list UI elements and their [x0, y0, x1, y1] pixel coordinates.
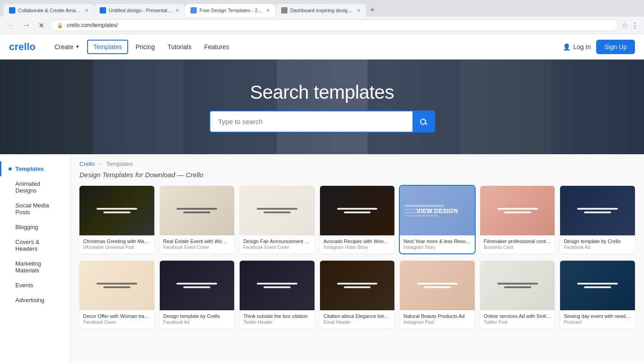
back-button[interactable]: ←	[5, 20, 17, 31]
view-design-label-15: VIEW DESIGN	[577, 282, 618, 289]
template-name-3: Design Fair Announcement wit...	[243, 239, 311, 244]
view-design-label-10: VIEW DESIGN	[176, 282, 218, 289]
template-info-4: Avocado Recipes with Woode... Instagram …	[320, 235, 395, 253]
log-in-button[interactable]: 👤 Log In	[563, 43, 591, 51]
template-card-14[interactable]: VIEW DESIGN Online services Ad with Smil…	[480, 261, 555, 328]
template-name-6: Filmmaker professional contac...	[484, 239, 551, 244]
search-bar-wrapper	[209, 110, 435, 133]
sidebar-item-events[interactable]: Events	[0, 278, 70, 293]
template-card-12[interactable]: VIEW DESIGN Citation about Elegance bein…	[320, 261, 395, 328]
tab-title-3: Free Design Templates - 25 000+...	[199, 8, 264, 13]
sidebar-label-social: Social Media Posts	[15, 202, 63, 216]
sidebar-item-templates[interactable]: Templates	[0, 161, 70, 176]
template-thumb-5: VIEW DESIGN	[400, 186, 475, 235]
template-info-5: Next Year more & less Resoluti... Instag…	[400, 235, 475, 253]
tab-close-4[interactable]: ×	[357, 7, 361, 14]
bookmark-star[interactable]: ☆	[621, 21, 628, 30]
template-type-14: Twitter Post	[484, 320, 551, 325]
browser-tab-2[interactable]: Untitled design - Presentation (1... ×	[94, 4, 185, 17]
sidebar-item-social[interactable]: Social Media Posts	[0, 198, 70, 220]
browser-chrome: Collaborate & Create Amazing C... × Unti…	[0, 0, 644, 34]
template-card-9[interactable]: VIEW DESIGN Decor Offer with Woman trans…	[79, 261, 154, 328]
template-card-13[interactable]: VIEW DESIGN Natural Beauty Products Ad I…	[400, 261, 475, 328]
nav-pricing[interactable]: Pricing	[130, 41, 160, 53]
reload-button[interactable]: ✕	[36, 20, 46, 31]
template-card-2[interactable]: VIEW DESIGN Real Estate Event with Woma.…	[160, 186, 235, 253]
template-info-11: Think outside the box citation Twitter H…	[240, 310, 315, 328]
template-type-9: Facebook Cover	[83, 320, 151, 325]
template-type-1: VKontakte Universal Post	[83, 245, 151, 250]
tab-close-3[interactable]: ×	[266, 7, 270, 14]
sidebar-label-marketing: Marketing Materials	[15, 260, 63, 274]
template-card-5[interactable]: VIEW DESIGN Next Year more & less Resolu…	[400, 186, 475, 253]
template-name-14: Online services Ad with Smilin...	[484, 313, 551, 319]
template-thumb-12: VIEW DESIGN	[320, 261, 395, 310]
breadcrumb-home[interactable]: Crello	[79, 161, 95, 167]
search-button[interactable]	[412, 110, 435, 133]
hero-title: Search templates	[250, 82, 394, 103]
sidebar-item-advertising[interactable]: Advertising	[0, 293, 70, 308]
sidebar-item-animated[interactable]: Animated Designs	[0, 176, 70, 198]
sidebar-label-events: Events	[15, 282, 33, 289]
user-icon: 👤	[563, 43, 570, 51]
browser-tab-4[interactable]: Dashboard inspiring designs - G... ×	[276, 4, 366, 17]
template-card-1[interactable]: VIEW DESIGN Christmas Greeting with Man.…	[79, 186, 154, 253]
template-type-5: Instagram Story	[403, 245, 471, 250]
nav-tutorials[interactable]: Tutorials	[162, 41, 197, 53]
navbar-right: 👤 Log In Sign Up	[563, 40, 635, 54]
view-design-label-13: VIEW DESIGN	[417, 282, 458, 289]
template-card-3[interactable]: VIEW DESIGN Design Fair Announcement wit…	[240, 186, 315, 253]
template-thumb-4: VIEW DESIGN	[320, 186, 395, 235]
tab-close-1[interactable]: ×	[85, 7, 88, 14]
sidebar-item-blogging[interactable]: Blogging	[0, 220, 70, 234]
sidebar-label-advertising: Advertising	[15, 297, 44, 303]
template-card-11[interactable]: VIEW DESIGN Think outside the box citati…	[240, 261, 315, 328]
view-design-label-11: VIEW DESIGN	[256, 282, 298, 289]
template-name-2: Real Estate Event with Woma...	[163, 239, 231, 244]
tab-close-2[interactable]: ×	[176, 7, 179, 14]
lock-icon: 🔒	[57, 23, 63, 28]
nav-templates[interactable]: Templates	[87, 40, 129, 54]
view-design-label-9: VIEW DESIGN	[96, 282, 138, 289]
template-thumb-11: VIEW DESIGN	[240, 261, 315, 310]
tab-favicon-2	[100, 7, 106, 14]
template-card-7[interactable]: VIEW DESIGN Design template by Crello Fa…	[560, 186, 635, 253]
active-dot	[9, 167, 12, 170]
template-name-7: Design template by Crello	[564, 239, 631, 244]
template-grid-row-1: VIEW DESIGN Christmas Greeting with Man.…	[79, 186, 635, 253]
content-area: Crello → Templates Design Templates for …	[70, 154, 644, 363]
main-layout: Templates Animated Designs Social Media …	[0, 154, 644, 363]
sidebar-item-covers[interactable]: Covers & Headers	[0, 234, 70, 256]
sidebar-label-covers: Covers & Headers	[15, 239, 63, 252]
template-card-6[interactable]: VIEW DESIGN Filmmaker professional conta…	[480, 186, 555, 253]
template-card-4[interactable]: VIEW DESIGN Avocado Recipes with Woode..…	[320, 186, 395, 253]
template-card-15[interactable]: VIEW DESIGN Sewing day event with needle…	[560, 261, 635, 328]
sidebar: Templates Animated Designs Social Media …	[0, 154, 70, 363]
template-type-7: Facebook Ad	[564, 245, 631, 250]
template-type-6: Business Card	[484, 245, 551, 250]
site-logo[interactable]: crello	[9, 41, 36, 53]
template-info-10: Design template by Crello Facebook Ad	[160, 310, 235, 328]
sign-up-button[interactable]: Sign Up	[596, 40, 635, 54]
new-tab-button[interactable]: +	[366, 4, 379, 17]
template-type-2: Facebook Event Cover	[163, 245, 231, 250]
sidebar-item-marketing[interactable]: Marketing Materials	[0, 256, 70, 278]
search-input[interactable]	[209, 110, 435, 133]
nav-features[interactable]: Features	[199, 41, 234, 53]
template-thumb-9: VIEW DESIGN	[79, 261, 154, 310]
view-design-label-7: VIEW DESIGN	[577, 207, 618, 214]
template-card-10[interactable]: VIEW DESIGN Design template by Crello Fa…	[160, 261, 235, 328]
template-info-12: Citation about Elegance being... Email H…	[320, 310, 395, 328]
template-info-14: Online services Ad with Smilin... Twitte…	[480, 310, 555, 328]
address-bar[interactable]: 🔒 crello.com/templates/	[50, 19, 618, 31]
template-info-6: Filmmaker professional contac... Busines…	[480, 235, 555, 253]
template-thumb-14: VIEW DESIGN	[480, 261, 555, 310]
nav-create[interactable]: Create ▼	[49, 41, 85, 53]
template-info-13: Natural Beauty Products Ad Instagram Pos…	[400, 310, 475, 328]
template-type-3: Facebook Event Cover	[243, 245, 311, 250]
template-name-10: Design template by Crello	[163, 313, 231, 319]
forward-button[interactable]: →	[21, 20, 32, 31]
browser-tab-3[interactable]: Free Design Templates - 25 000+... ×	[185, 4, 275, 17]
view-design-label-2: VIEW DESIGN	[176, 207, 218, 214]
browser-tab-1[interactable]: Collaborate & Create Amazing C... ×	[4, 4, 94, 17]
